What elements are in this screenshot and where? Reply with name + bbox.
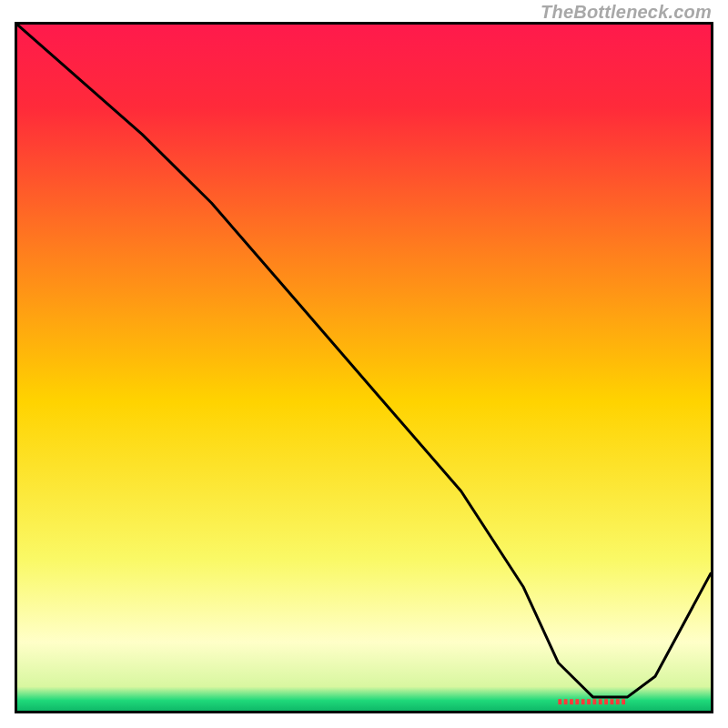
chart-plot-area xyxy=(17,25,711,711)
chart-svg xyxy=(17,25,711,711)
chart-frame xyxy=(15,22,713,713)
watermark-text: TheBottleneck.com xyxy=(541,2,712,23)
chart-background xyxy=(17,25,711,711)
